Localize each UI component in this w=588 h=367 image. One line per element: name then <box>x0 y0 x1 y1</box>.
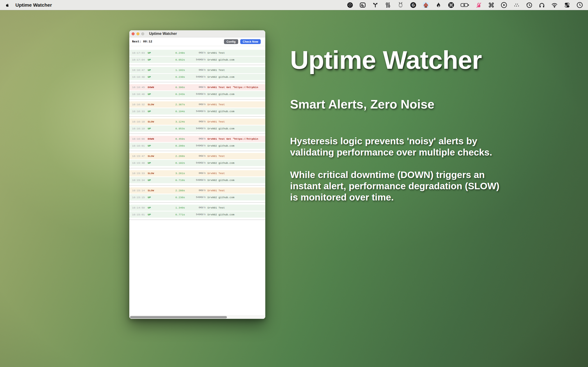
zoom-button[interactable] <box>141 32 144 35</box>
flame-icon[interactable] <box>435 2 442 8</box>
log-target: Srv001 Test Get "https://httpbin <box>208 137 265 140</box>
log-time: 16:15:47 <box>132 155 145 158</box>
log-duration: 0.206s <box>161 144 185 147</box>
log-status: UP <box>148 58 161 61</box>
log-rate: 549KB/s <box>185 93 206 95</box>
log-status: SLOW <box>148 103 161 106</box>
log-rate: 0KB/s <box>185 120 206 123</box>
toggles-icon[interactable] <box>564 2 570 8</box>
dotted-sphere-icon[interactable] <box>347 2 353 8</box>
log-row: 16:16:01UP0.206s549KB/sSrv002 github.com <box>129 143 265 149</box>
log-status: SLOW <box>148 172 161 175</box>
log-target: Srv002 github.com <box>208 144 265 147</box>
log-row: 16:17:04UP0.652s549KB/sSrv002 github.com <box>129 57 265 63</box>
log-rate: 0KB/s <box>185 138 206 140</box>
log-duration: 0.652s <box>161 58 185 61</box>
log-duration: 3.261s <box>161 172 185 175</box>
llama-icon[interactable] <box>397 2 404 8</box>
menu-bar: Uptime Watcher G <box>0 0 588 10</box>
time-machine-icon[interactable] <box>526 2 532 8</box>
log-time: 16:16:45 <box>132 86 145 89</box>
group-separator <box>129 116 265 117</box>
log-target: Srv001 Test <box>208 69 265 72</box>
fan-icon[interactable] <box>448 2 454 8</box>
next-check-countdown: Next: 00:12 <box>132 40 152 43</box>
battery-charging-icon[interactable] <box>460 2 469 8</box>
log-duration: 0.243s <box>161 93 185 96</box>
minimize-button[interactable] <box>137 32 139 35</box>
letter-g-icon[interactable]: G <box>410 2 416 8</box>
log-target: Srv002 github.com <box>208 196 265 199</box>
group-separator <box>129 219 265 220</box>
horizontal-scrollbar[interactable] <box>129 315 265 319</box>
log-duration: 1.102s <box>161 69 185 72</box>
log-group: 16:16:00DOWN0.459s0KB/sSrv001 Test Get "… <box>129 136 265 151</box>
log-status: SLOW <box>148 120 161 123</box>
headphones-icon[interactable] <box>539 2 545 8</box>
group-separator <box>129 133 265 134</box>
log-status: UP <box>148 144 161 147</box>
wifi-icon[interactable] <box>551 2 558 8</box>
log-rate: 0KB/s <box>185 86 206 89</box>
log-time: 16:16:19 <box>132 127 145 130</box>
apple-menu-icon[interactable] <box>5 3 9 8</box>
log-rate: 0KB/s <box>185 155 206 157</box>
split-arrows-icon[interactable] <box>372 2 379 8</box>
clock-icon[interactable] <box>577 2 583 8</box>
log-status: UP <box>148 127 161 130</box>
log-time: 16:17:03 <box>132 51 145 54</box>
log-rate: 0KB/s <box>185 103 206 106</box>
log-time: 16:16:46 <box>132 93 145 96</box>
log-row: 16:16:00DOWN0.459s0KB/sSrv001 Test Get "… <box>129 136 265 142</box>
log-time: 16:15:14 <box>132 189 145 192</box>
command-icon[interactable] <box>488 2 494 8</box>
log-status: DOWN <box>148 86 161 89</box>
close-button[interactable] <box>132 32 135 35</box>
screen-chart-icon[interactable] <box>359 2 366 8</box>
log-rate: 549KB/s <box>185 127 206 130</box>
log-duration: 2.286s <box>161 189 185 192</box>
log-time: 16:16:48 <box>132 75 145 78</box>
log-time: 16:15:33 <box>132 172 145 175</box>
log-target: Srv001 Test <box>208 172 265 175</box>
whiskers-icon[interactable] <box>385 2 391 8</box>
log-target: Srv002 github.com <box>208 75 265 78</box>
log-time: 16:17:04 <box>132 58 145 61</box>
log-row: 16:16:18SLOW3.124s0KB/sSrv001 Test <box>129 119 265 125</box>
pagoda-icon[interactable] <box>423 2 429 8</box>
log-group: 16:16:47UP1.102s0KB/sSrv001 Test16:16:48… <box>129 67 265 82</box>
log-rate: 549KB/s <box>185 58 206 61</box>
log-status: UP <box>148 213 161 216</box>
log-target: Srv001 Test <box>208 120 265 123</box>
lock-slash-icon[interactable] <box>476 2 482 8</box>
config-button[interactable]: Config <box>224 39 238 44</box>
check-now-button[interactable]: Check Now <box>240 39 261 44</box>
menu-bar-app-name[interactable]: Uptime Watcher <box>15 2 52 8</box>
log-duration: 2.367s <box>161 103 185 106</box>
play-circle-icon[interactable] <box>501 2 507 8</box>
log-rate: 549KB/s <box>185 179 206 181</box>
log-target: Srv002 github.com <box>208 110 265 113</box>
log-row: 16:14:59UP1.340s0KB/sSrv001 Test <box>129 205 265 211</box>
log-status: UP <box>148 179 161 182</box>
log-rate: 549KB/s <box>185 76 206 78</box>
log-status: DOWN <box>148 137 161 140</box>
log-row: 16:16:45DOWN0.396s0KB/sSrv001 Test Get "… <box>129 84 265 90</box>
log-duration: 0.236s <box>161 196 185 199</box>
horizontal-scrollbar-thumb[interactable] <box>130 316 227 318</box>
log-rate: 549KB/s <box>185 213 206 216</box>
log-time: 16:15:15 <box>132 196 145 199</box>
log-duration: 1.340s <box>161 206 185 209</box>
log-status: UP <box>148 206 161 209</box>
window-toolbar: Next: 00:12 Config Check Now <box>129 37 265 46</box>
log-status: SLOW <box>148 155 161 158</box>
log-status: UP <box>148 75 161 78</box>
log-rate: 0KB/s <box>185 206 206 209</box>
log-row: 16:15:15UP0.236s549KB/sSrv002 github.com <box>129 194 265 200</box>
log-target: Srv002 github.com <box>208 161 265 165</box>
log-status: UP <box>148 51 161 54</box>
uptime-watcher-window: Uptime Watcher Next: 00:12 Config Check … <box>129 30 265 319</box>
window-title-bar: Uptime Watcher <box>129 30 265 37</box>
log-row: 16:15:47SLOW2.260s0KB/sSrv001 Test <box>129 153 265 159</box>
dots-icon[interactable] <box>513 2 520 8</box>
